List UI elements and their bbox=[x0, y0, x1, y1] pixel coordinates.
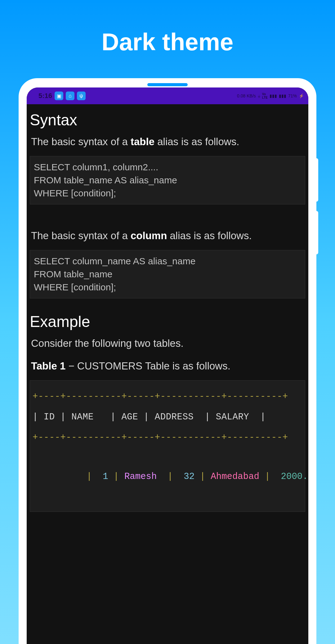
syntax-para-1: The basic syntax of a table alias is as … bbox=[31, 133, 304, 150]
text: alias is as follows. bbox=[167, 230, 252, 241]
phone-screen[interactable]: 5:16 ▣ ⌂ ψ 0.08 KB/s ⏚ VoLTE ▮▮▮ ▮▮▮ 71%… bbox=[27, 87, 308, 644]
table1-label-line: Table 1 − CUSTOMERS Table is as follows. bbox=[31, 358, 304, 374]
table1-desc: − CUSTOMERS Table is as follows. bbox=[65, 360, 230, 372]
table-header: | ID | NAME | AGE | ADDRESS | SALARY | bbox=[33, 408, 302, 427]
cell-id: 1 bbox=[103, 472, 108, 482]
code-block-column-alias[interactable]: SELECT column_name AS alias_name FROM ta… bbox=[30, 250, 305, 298]
signal-icon-2: ▮▮▮ bbox=[279, 93, 286, 98]
data-speed: 0.08 KB/s bbox=[237, 93, 256, 98]
status-bar-left: 5:16 ▣ ⌂ ψ bbox=[38, 92, 86, 100]
table-row: | 1 | Ramesh | 32 | Ahmedabad | 2000.00 … bbox=[33, 449, 302, 505]
status-bar-right: 0.08 KB/s ⏚ VoLTE ▮▮▮ ▮▮▮ 71% ⚡ bbox=[237, 92, 304, 99]
bold-column: column bbox=[131, 230, 167, 241]
text: The basic syntax of a bbox=[31, 230, 131, 241]
customers-table[interactable]: +----+----------+-----+-----------+-----… bbox=[30, 380, 305, 512]
laptop-icon: ⌂ bbox=[66, 92, 74, 100]
example-intro: Consider the following two tables. bbox=[31, 335, 304, 351]
syntax-para-2: The basic syntax of a column alias is as… bbox=[31, 227, 304, 244]
table-separator: +----+----------+-----+-----------+-----… bbox=[33, 428, 302, 447]
table1-label: Table 1 bbox=[31, 360, 65, 372]
cell-address: Ahmedabad bbox=[211, 472, 259, 482]
cell-name: Ramesh bbox=[124, 472, 157, 482]
phone-frame: 5:16 ▣ ⌂ ψ 0.08 KB/s ⏚ VoLTE ▮▮▮ ▮▮▮ 71%… bbox=[19, 78, 316, 644]
volte-icon: VoLTE bbox=[262, 92, 268, 99]
article-content[interactable]: Syntax The basic syntax of a table alias… bbox=[27, 104, 308, 512]
signal-icon-1: ▮▮▮ bbox=[270, 93, 277, 98]
example-heading: Example bbox=[30, 313, 305, 331]
table-separator: +----+----------+-----+-----------+-----… bbox=[33, 387, 302, 406]
usb-icon: ψ bbox=[77, 92, 86, 100]
text: The basic syntax of a bbox=[31, 136, 131, 147]
status-bar: 5:16 ▣ ⌂ ψ 0.08 KB/s ⏚ VoLTE ▮▮▮ ▮▮▮ 71%… bbox=[27, 87, 308, 104]
wifi-icon: ⏚ bbox=[258, 93, 260, 98]
text: alias is as follows. bbox=[154, 136, 239, 147]
promo-title: Dark theme bbox=[0, 0, 335, 56]
syntax-heading: Syntax bbox=[30, 111, 305, 129]
charging-icon: ⚡ bbox=[299, 93, 304, 98]
cell-salary: 2000.00 bbox=[281, 472, 308, 482]
android-icon: ▣ bbox=[55, 92, 63, 100]
phone-notch bbox=[147, 83, 188, 86]
status-time: 5:16 bbox=[38, 92, 52, 100]
battery-text: 71% bbox=[288, 93, 297, 98]
code-block-table-alias[interactable]: SELECT column1, column2.... FROM table_n… bbox=[30, 156, 305, 204]
bold-table: table bbox=[131, 136, 154, 147]
cell-age: 32 bbox=[184, 472, 194, 482]
